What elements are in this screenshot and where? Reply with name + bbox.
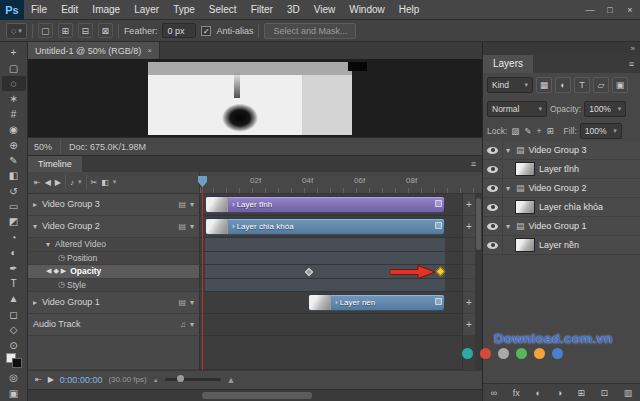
track-options-dropdown-icon[interactable]: ▾ [190,320,194,329]
healing-brush-tool[interactable]: ⊕ [2,137,26,152]
menu-type[interactable]: Type [166,0,202,20]
play-button[interactable]: ▶ [55,178,61,187]
scrollbar-thumb[interactable] [476,198,481,250]
type-tool[interactable]: T [2,276,26,291]
add-audio-button[interactable]: + [462,314,475,336]
zoom-tool[interactable]: ⊙ [2,337,26,352]
shape-tool[interactable]: ◻ [2,307,26,322]
menu-3d[interactable]: 3D [280,0,307,20]
maximize-button[interactable]: □ [600,0,620,20]
previous-frame-button[interactable]: ◀ [45,178,51,187]
intersect-selection-icon[interactable]: ⊠ [98,23,113,38]
add-keyframe-icon[interactable]: ◆ [53,267,58,275]
new-selection-icon[interactable]: ▢ [38,23,53,38]
layer-row-layer-nen[interactable]: Layer nền [483,236,640,255]
menu-layer[interactable]: Layer [127,0,166,20]
timeline-horizontal-scrollbar[interactable] [28,389,482,401]
attr-label-position[interactable]: ◷ Position [28,252,200,265]
quick-selection-tool[interactable]: ∗ [2,91,26,106]
kind-filter-select[interactable]: Kind ▾ [487,77,533,93]
select-and-mask-button[interactable]: Select and Mask... [264,23,356,39]
clone-stamp-tool[interactable]: ◧ [2,168,26,183]
subtract-from-selection-icon[interactable]: ⊟ [78,23,93,38]
layer-row-video-group-1[interactable]: ▾ ▤ Video Group 1 [483,217,640,236]
brush-tool[interactable]: ✎ [2,153,26,168]
layer-row-layer-chia-khoa[interactable]: Layer chìa khóa [483,198,640,217]
new-layer-icon[interactable]: ⊡ [601,388,609,398]
track-label-video-group-2[interactable]: ▾ Video Group 2 ▤ ▾ [28,216,200,238]
menu-edit[interactable]: Edit [54,0,85,20]
layer-thumbnail[interactable] [515,238,535,252]
caret-down-icon[interactable]: ▾ [33,222,42,231]
layer-mask-icon[interactable]: ◐ [535,388,540,398]
hand-tool[interactable]: ◇ [2,322,26,337]
zoom-slider-thumb[interactable] [177,375,184,382]
track-label-audio[interactable]: Audio Track ♫ ▾ [28,314,200,336]
add-to-selection-icon[interactable]: ⊞ [58,23,73,38]
clip-layer-tinh[interactable]: › Layer tĩnh [205,196,445,213]
collapse-panels-icon[interactable]: » [631,44,635,53]
next-keyframe-icon[interactable]: ▶ [61,267,66,275]
attr-label-opacity[interactable]: ◀ ◆ ▶ Opacity [28,265,200,279]
filter-adjustment-layers-icon[interactable]: ◐ [555,77,571,93]
scrollbar-thumb[interactable] [202,392,312,399]
timeline-vertical-scrollbar[interactable] [475,194,482,370]
previous-keyframe-icon[interactable]: ◀ [46,267,51,275]
gradient-tool[interactable]: ◩ [2,214,26,229]
visibility-eye-icon[interactable] [483,160,503,178]
go-to-first-frame-button[interactable]: ⇤ [34,178,41,187]
clip-layer-chia-khoa[interactable]: › Layer chìa khóa [205,218,445,235]
menu-file[interactable]: File [24,0,54,20]
menu-image[interactable]: Image [85,0,127,20]
lock-all-icon[interactable]: ⊞ [545,126,554,136]
filter-smart-objects-icon[interactable]: ▣ [612,77,628,93]
add-media-button[interactable]: + [462,216,475,238]
play-button-small[interactable]: ▶ [48,375,54,384]
minimize-button[interactable]: — [580,0,600,20]
close-button[interactable]: × [620,0,640,20]
layer-effects-icon[interactable]: fx [513,388,520,398]
antialias-checkbox[interactable]: ✓ [201,26,211,36]
caret-right-icon[interactable]: ▸ [33,298,42,307]
stopwatch-icon[interactable]: ◷ [58,280,67,289]
blend-mode-select[interactable]: Normal ▾ [487,101,547,117]
color-swatches[interactable] [6,353,22,368]
track-options-dropdown-icon[interactable]: ▾ [190,298,194,307]
menu-help[interactable]: Help [392,0,427,20]
screen-mode-icon[interactable]: ▣ [2,386,26,401]
layer-thumbnail[interactable] [515,200,535,214]
layers-panel-menu-icon[interactable]: ≡ [629,59,640,69]
audio-dropdown-icon[interactable]: ▾ [78,178,82,186]
track-label-video-group-1[interactable]: ▸ Video Group 1 ▤ ▾ [28,292,200,314]
caret-right-icon[interactable]: ▸ [33,200,42,209]
filter-pixel-layers-icon[interactable]: ▦ [536,77,552,93]
clip-layer-nen[interactable]: › Layer nền [308,294,445,311]
visibility-eye-icon[interactable] [483,236,503,254]
transition-dropdown-icon[interactable]: ▾ [113,178,117,186]
adjustment-layer-icon[interactable]: ◑ [556,388,561,398]
clip-disclosure-icon[interactable]: › [232,200,235,209]
visibility-eye-icon[interactable] [483,217,503,235]
caret-down-icon[interactable]: ▾ [506,146,516,155]
pen-tool[interactable]: ✒ [2,260,26,275]
clip-disclosure-icon[interactable]: › [232,222,235,231]
marquee-tool[interactable]: ▢ [2,60,26,75]
tab-layers[interactable]: Layers [483,55,533,73]
tab-timeline[interactable]: Timeline [28,156,82,172]
timeline-zoom-slider[interactable] [165,378,221,381]
caret-down-icon[interactable]: ▾ [506,222,516,231]
opacity-select[interactable]: 100% ▾ [584,101,626,117]
visibility-eye-icon[interactable] [483,141,503,159]
go-to-first-frame-button[interactable]: ⇤ [35,375,42,384]
eraser-tool[interactable]: ▭ [2,199,26,214]
timeline-panel-menu-icon[interactable]: ≡ [471,159,482,169]
add-media-button[interactable]: + [462,194,475,216]
track-options-dropdown-icon[interactable]: ▾ [190,222,194,231]
stopwatch-icon[interactable]: ◷ [58,253,67,262]
track-options-dropdown-icon[interactable]: ▾ [190,200,194,209]
lock-pixels-icon[interactable]: ✎ [523,126,532,136]
timeline-ruler[interactable]: 02f 04f 06f 08f [200,172,482,193]
quick-mask-icon[interactable]: ◎ [2,370,26,385]
filter-type-layers-icon[interactable]: T [574,77,590,93]
menu-window[interactable]: Window [342,0,392,20]
